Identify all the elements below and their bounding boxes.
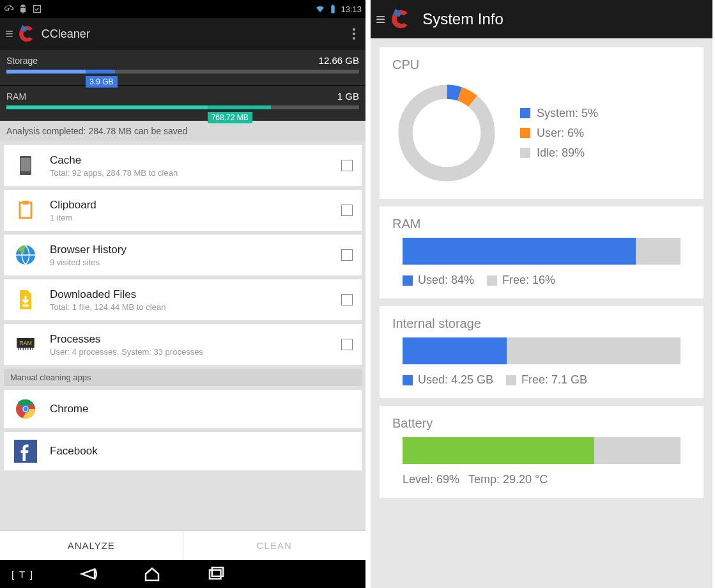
legend-label: Used: 84% [418,274,474,287]
ram-label: RAM [6,91,26,102]
globe-icon [13,242,38,268]
storage-bar-chart [403,337,680,364]
bottom-actions: ANALYZE CLEAN [0,530,365,560]
item-title: Cache [50,154,341,167]
clipboard-icon [13,197,38,223]
storage-label: Storage [6,56,38,66]
clean-button[interactable]: CLEAN [183,531,366,560]
legend-label: Idle: 89% [537,146,585,160]
svg-rect-4 [20,203,31,218]
storage-bar: 3.9 GB [6,70,359,74]
ram-used-tag: 768.72 MB [208,112,252,123]
analyze-button[interactable]: ANALYZE [0,531,183,560]
right-phone: ≡ System Info CPU System: 5%User: 6%Idle… [371,0,712,588]
menu-icon[interactable]: ≡ [376,10,385,29]
ram-title: RAM [392,217,691,231]
item-subtitle: 9 visited sites [50,258,341,267]
android-statusbar: 13:13 [0,0,365,18]
clean-list[interactable]: CacheTotal: 92 apps, 284.78 MB to cleanC… [0,141,365,530]
appbar: ≡ CCleaner [0,18,365,50]
storage-panel: Internal storage Used: 4.25 GBFree: 7.1 … [380,306,703,398]
battery-temp: Temp: 29.20 °C [468,473,548,486]
legend-item: Free: 16% [487,274,555,287]
item-title: Browser History [50,244,341,256]
clean-item[interactable]: Browser History9 visited sites [4,235,362,275]
svg-rect-1 [332,4,334,5]
legend-item: Used: 84% [403,274,474,287]
storage-title: Internal storage [392,316,691,331]
legend-label: Free: 16% [502,274,555,287]
appbar: ≡ System Info [371,0,712,38]
battery-level: Level: 69% [403,473,459,486]
clean-item[interactable]: CacheTotal: 92 apps, 284.78 MB to clean [4,145,362,186]
ram-panel: RAM Used: 84%Free: 16% [380,206,703,298]
legend-label: User: 6% [537,127,584,140]
legend-swatch [403,275,413,286]
svg-point-16 [392,79,501,187]
download-icon [13,287,38,313]
battery-icon [328,4,338,14]
cloud-upload-icon [4,4,14,14]
item-subtitle: User: 4 processes, System: 33 processes [50,347,341,357]
clean-item[interactable]: Clipboard1 item [4,190,362,231]
ram-bar: 768.72 MB [6,105,359,109]
page-title: System Info [422,10,504,28]
item-checkbox[interactable] [341,249,353,261]
app-title: CCleaner [42,27,348,41]
legend-item: System: 5% [520,107,598,120]
manual-app-item[interactable]: Chrome [4,390,362,428]
android-icon [18,4,28,14]
manual-app-item[interactable]: Facebook [4,432,362,470]
app-title: Facebook [50,445,353,458]
back-icon[interactable] [79,564,98,584]
item-title: Processes [50,333,341,346]
overflow-menu-icon[interactable] [348,28,360,40]
wifi-icon [315,4,325,14]
checkbox-icon [32,4,42,14]
chrome-icon [13,396,38,422]
ram-legend: Used: 84%Free: 16% [392,274,691,287]
legend-label: Used: 4.25 GB [418,373,493,387]
legend-swatch [520,148,530,158]
svg-point-12 [24,407,28,412]
clean-item[interactable]: RAMProcessesUser: 4 processes, System: 3… [4,324,362,365]
legend-swatch [506,375,516,385]
item-title: Clipboard [50,199,341,212]
legend-item: Used: 4.25 GB [403,373,493,387]
item-checkbox[interactable] [341,339,353,350]
ram-icon: RAM [13,332,38,357]
manual-subheader: Manual cleaning apps [4,369,362,386]
svg-rect-5 [23,201,29,205]
home-icon[interactable] [142,564,162,584]
battery-legend: Level: 69% Temp: 29.20 °C [392,473,691,486]
item-subtitle: Total: 1 file, 124.44 MB to clean [50,302,341,312]
clean-item[interactable]: Downloaded FilesTotal: 1 file, 124.44 MB… [4,279,362,320]
keyboard-icon[interactable]: [ T ] [12,569,34,580]
item-title: Downloaded Files [50,288,341,301]
phone-icon [13,153,38,178]
facebook-icon [13,438,38,464]
battery-panel: Battery Level: 69% Temp: 29.20 °C [380,406,703,498]
item-checkbox[interactable] [341,205,353,216]
item-subtitle: Total: 92 apps, 284.78 MB to clean [50,168,341,178]
status-time: 13:13 [341,4,362,14]
ccleaner-logo-icon [16,24,36,44]
storage-meter[interactable]: Storage 12.66 GB 3.9 GB [0,50,365,85]
storage-legend: Used: 4.25 GBFree: 7.1 GB [392,373,691,387]
legend-label: Free: 7.1 GB [521,373,587,387]
legend-swatch [487,275,497,286]
panels[interactable]: CPU System: 5%User: 6%Idle: 89% RAM Used… [371,38,712,507]
item-checkbox[interactable] [341,294,353,306]
recent-apps-icon[interactable] [206,564,226,584]
ram-bar-chart [403,238,680,265]
cpu-title: CPU [392,58,691,72]
menu-icon[interactable]: ≡ [5,26,13,42]
legend-swatch [520,128,530,138]
svg-rect-0 [332,6,335,13]
meters-section: Storage 12.66 GB 3.9 GB RAM 1 GB 768.72 … [0,50,365,121]
ram-meter[interactable]: RAM 1 GB 768.72 MB [0,86,365,121]
storage-total: 12.66 GB [319,55,359,66]
svg-text:RAM: RAM [19,340,31,346]
item-checkbox[interactable] [341,160,353,171]
legend-label: System: 5% [537,107,598,120]
